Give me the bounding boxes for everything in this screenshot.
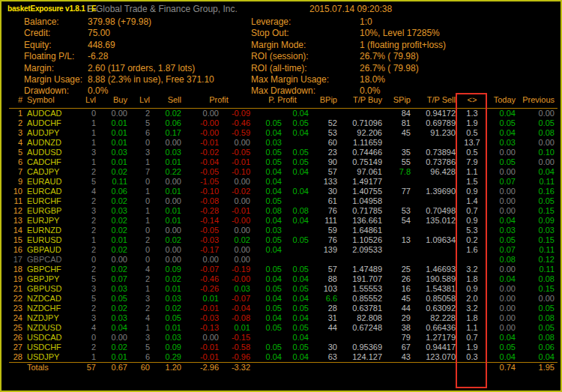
value-cell: 0.00	[486, 196, 519, 206]
value-cell: 0.2	[459, 235, 486, 245]
value-cell: 1	[130, 216, 153, 226]
value-cell: 0	[130, 245, 153, 255]
value-cell: 124.127	[340, 352, 385, 363]
value-cell: 0.04	[253, 167, 285, 177]
value-cell: 2	[130, 274, 153, 284]
value-cell: 0.03	[519, 226, 558, 235]
value-cell: 0.00	[486, 284, 519, 294]
value-cell: -0.46	[184, 274, 222, 284]
value-cell: 0.5	[459, 148, 486, 157]
value-cell: 0.16	[519, 187, 558, 196]
symbol-cell: GBPJPY	[25, 274, 73, 284]
value-cell: 0	[73, 333, 99, 343]
value-cell: 0.08	[519, 274, 558, 284]
table-row: 26USDCAD00.0030.030.00-0.150.04791.27179…	[9, 333, 558, 343]
value-cell: 29	[385, 313, 414, 323]
value-cell: 0.02	[99, 245, 130, 255]
table-row: 7CADJPY20.0270.22-0.05-0.100.040.045797.…	[9, 167, 558, 177]
value-cell: 1.9	[459, 118, 486, 128]
value-cell: 0.63781	[340, 304, 385, 313]
value-cell: 0.05	[285, 118, 312, 128]
symbol-cell: AUDUSD	[25, 148, 73, 157]
table-row: 15EURUSD10.0120.02-0.030.020.050.05761.1…	[9, 235, 558, 245]
value-cell: 54	[385, 216, 414, 226]
value-cell: -0.15	[222, 333, 253, 343]
totals-cell: 0.74	[486, 363, 519, 373]
symbol-cell: GBPCHF	[25, 265, 73, 274]
value-cell: 1.55553	[340, 284, 385, 294]
totals-cell	[459, 363, 486, 373]
row-number: 7	[9, 167, 25, 177]
value-cell: 0.04	[285, 352, 312, 363]
row-number: 22	[9, 294, 25, 304]
column-header: Today	[486, 93, 519, 109]
value-cell: 0.74466	[340, 148, 385, 157]
value-cell: 5	[73, 177, 99, 187]
value-cell: 6.6	[312, 294, 340, 304]
value-cell: 0.15	[519, 235, 558, 245]
value-cell: 0.05	[253, 196, 285, 206]
value-cell: 2	[73, 226, 99, 235]
value-cell: 0.00	[153, 245, 184, 255]
value-cell: 0.05	[253, 235, 285, 245]
value-cell: 0.05	[253, 323, 285, 333]
value-cell: 0.05	[285, 235, 312, 245]
symbol-cell: EURCAD	[25, 187, 73, 196]
value-cell: 0	[130, 226, 153, 235]
value-cell: -0.07	[222, 294, 253, 304]
value-cell: 0	[130, 255, 153, 265]
value-cell: 0.04	[253, 216, 285, 226]
value-cell: -0.05	[184, 167, 222, 177]
row-number: 13	[9, 216, 25, 226]
basket-exposure-window: basketExposure v1.8.1 FE E-Global Trade …	[0, 0, 562, 392]
symbol-cell: GBPCAD	[25, 255, 73, 265]
value-cell: 0.04	[285, 167, 312, 177]
value-cell: 79	[385, 333, 414, 343]
value-cell: 3	[73, 313, 99, 323]
value-cell: 0.05	[486, 343, 519, 352]
stat-value: 18.0%	[360, 74, 446, 85]
value-cell: 0	[130, 138, 153, 148]
value-cell: 0.00	[153, 138, 184, 148]
value-cell: 0.05	[285, 323, 312, 333]
value-cell: -0.01	[222, 157, 253, 167]
value-cell: 0.71785	[340, 206, 385, 216]
value-cell: 0.29	[153, 352, 184, 363]
value-cell	[285, 177, 312, 187]
value-cell	[414, 245, 459, 255]
value-cell: 1.1	[459, 323, 486, 333]
column-header: SPip	[385, 93, 414, 109]
value-cell: 43	[385, 352, 414, 363]
value-cell: 4	[130, 313, 153, 323]
value-cell: 0.00	[222, 138, 253, 148]
row-number: 4	[9, 138, 25, 148]
totals-cell	[285, 363, 312, 373]
table-row: 12EURGBP30.0310.01-0.28-0.010.080.08760.…	[9, 206, 558, 216]
table-header-row: #SymbolLvlBuyLvlSellProfitP. ProfitBPipT…	[9, 93, 558, 109]
value-cell: -0.08	[184, 196, 222, 206]
value-cell: 61	[312, 196, 340, 206]
value-cell: 123.070	[414, 352, 459, 363]
table-row: 21GBPUSD30.0310.01-0.260.030.050.051031.…	[9, 284, 558, 294]
value-cell: 6	[130, 128, 153, 138]
symbol-cell: USDJPY	[25, 352, 73, 363]
stat-label: Margin:	[24, 63, 88, 74]
value-cell: 0.00	[222, 245, 253, 255]
stat-label: ROI (session):	[251, 51, 360, 62]
value-cell: -0.58	[222, 343, 253, 352]
row-number: 19	[9, 274, 25, 284]
symbol-cell: EURNZD	[25, 226, 73, 235]
value-cell: 7.8	[385, 167, 414, 177]
value-cell: 5	[130, 118, 153, 128]
value-cell: 1	[130, 157, 153, 167]
symbol-cell: CADCHF	[25, 157, 73, 167]
value-cell: 0.01	[99, 352, 130, 363]
value-cell: 82.808	[340, 313, 385, 323]
value-cell: 0.04	[253, 128, 285, 138]
value-cell: 0.08	[285, 206, 312, 216]
value-cell: 0.02	[99, 216, 130, 226]
value-cell: 0.01	[153, 206, 184, 216]
table-row: 16GBPAUD20.0200.00-0.170.000.041392.0953…	[9, 245, 558, 255]
value-cell: 1.1	[459, 167, 486, 177]
totals-cell: 1.95	[519, 363, 558, 373]
